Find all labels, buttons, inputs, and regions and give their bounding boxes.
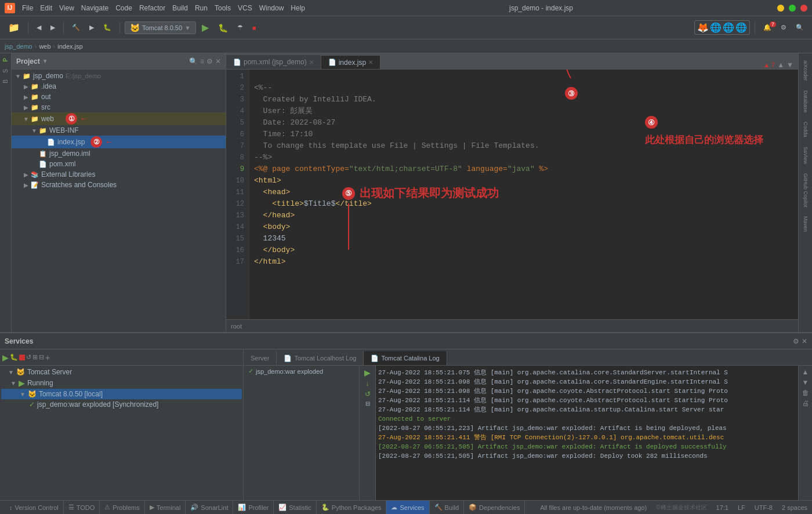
tree-item-indexjsp[interactable]: ▶ 📄 index.jsp ② ←	[12, 136, 226, 148]
minimize-button[interactable]	[777, 5, 784, 12]
service-item-war[interactable]: ✓ jsp_demo:war exploded [Synchronized]	[1, 399, 242, 410]
menu-help[interactable]: Help	[291, 4, 305, 12]
status-tab-statistic[interactable]: 📈 Statistic	[274, 501, 317, 515]
log-content[interactable]: 27-Aug-2022 18:55:21.075 信息 [main] org.a…	[376, 366, 798, 500]
artifact-btn-up[interactable]: ▶	[364, 368, 371, 377]
coverage-button[interactable]: ☂	[234, 23, 246, 32]
status-tab-problems[interactable]: ⚠ Problems	[100, 501, 144, 515]
service-item-tomcat-server[interactable]: ▼ 🐱 Tomcat Server	[1, 367, 242, 377]
status-tab-services[interactable]: ☁ Services	[386, 501, 429, 515]
menu-navigate[interactable]: Navigate	[81, 4, 108, 12]
toolbar-back[interactable]: ◀	[33, 23, 45, 32]
status-tab-sonarlint[interactable]: 🔊 SonarLint	[186, 501, 233, 515]
artifact-btn-restart[interactable]: ↺	[365, 390, 371, 398]
breadcrumb-project[interactable]: jsp_demo	[5, 43, 32, 50]
services-settings-icon[interactable]: ⚙	[793, 337, 799, 345]
menu-run[interactable]: Run	[195, 4, 208, 12]
tree-item-scratches[interactable]: ▶ 📝 Scratches and Consoles	[12, 180, 226, 190]
editor-tab-pomxml[interactable]: 📄 pom.xml (jsp_demo) ✕	[226, 55, 321, 69]
tree-item-src[interactable]: ▶ 📁 src	[12, 102, 226, 112]
indent[interactable]: 2 spaces	[782, 504, 807, 511]
status-tab-profiler[interactable]: 📊 Profiler	[233, 501, 274, 515]
log-print[interactable]: 🖨	[802, 399, 809, 407]
right-sidebar-copilot[interactable]: GitHub Copilot	[802, 171, 810, 210]
menu-view[interactable]: View	[59, 4, 74, 12]
breadcrumb-file[interactable]: index.jsp	[57, 43, 82, 50]
status-tab-terminal[interactable]: ▶ Terminal	[145, 501, 186, 515]
menu-code[interactable]: Code	[115, 4, 132, 12]
log-scroll-down[interactable]: ▼	[802, 378, 809, 387]
bookmarks-sidebar-icon[interactable]: B	[2, 79, 9, 83]
browser-icon-edge[interactable]: 🌐	[723, 22, 734, 33]
stop-button[interactable]: ■	[249, 23, 260, 32]
menu-bar[interactable]: File Edit View Navigate Code Refactor Bu…	[22, 4, 305, 12]
right-sidebar-codda[interactable]: Codda	[802, 119, 810, 140]
services-close-icon[interactable]: ✕	[802, 337, 807, 345]
panel-icon-close[interactable]: ✕	[215, 57, 221, 65]
panel-icon-collapse[interactable]: ≡	[200, 57, 204, 65]
project-dropdown[interactable]: ▼	[42, 58, 48, 64]
log-tab-localhost[interactable]: 📄 Tomcat Localhost Log	[277, 351, 364, 365]
service-item-tomcat-local[interactable]: ▼ 🐱 Tomcat 8.0.50 [local]	[1, 389, 242, 399]
log-tab-catalina[interactable]: 📄 Tomcat Catalina Log	[364, 351, 447, 365]
right-sidebar-maven[interactable]: Maven	[802, 214, 810, 234]
gutter-down[interactable]: ▼	[786, 61, 793, 69]
menu-refactor[interactable]: Refactor	[139, 4, 165, 12]
menu-edit[interactable]: Edit	[40, 4, 52, 12]
tree-item-web[interactable]: ▼ 📁 web ① ←	[12, 112, 226, 125]
svc-toolbar-filter[interactable]: ⊞	[32, 353, 38, 361]
svc-toolbar-restart[interactable]: ↺	[26, 353, 31, 361]
tree-item-root[interactable]: ▼ 📁 jsp_demo E:/jsp_demo	[12, 71, 226, 81]
artifact-btn-stop[interactable]: ⊟	[365, 400, 370, 407]
tree-item-webinf[interactable]: ▼ 📁 WEB-INF	[12, 125, 226, 136]
status-tab-vcs[interactable]: ↕ Version Control	[5, 501, 64, 515]
artifact-item-war[interactable]: ✓ jsp_demo:war exploded	[244, 366, 359, 377]
structure-sidebar-icon[interactable]: S	[2, 69, 9, 73]
right-sidebar-database[interactable]: Database	[802, 88, 810, 115]
log-tab-server[interactable]: Server	[244, 351, 277, 365]
panel-icon-settings[interactable]: ⚙	[206, 57, 213, 65]
tab-pomxml-close[interactable]: ✕	[309, 59, 314, 65]
tree-item-out[interactable]: ▶ 📁 out	[12, 92, 226, 102]
tree-item-idea[interactable]: ▶ 📁 .idea	[12, 81, 226, 92]
panel-icon-scope[interactable]: 🔍	[189, 57, 198, 65]
status-tab-python[interactable]: 🐍 Python Packages	[317, 501, 387, 515]
project-sidebar-icon[interactable]: P	[2, 58, 9, 62]
debug-button[interactable]: 🐛	[215, 22, 231, 34]
menu-tools[interactable]: Tools	[215, 4, 231, 12]
service-item-running[interactable]: ▼ ▶ Running	[1, 377, 242, 389]
browser-icon-safari[interactable]: 🌐	[735, 22, 747, 33]
svc-toolbar-debug[interactable]: 🐛	[10, 353, 18, 361]
toolbar-forward[interactable]: ▶	[47, 23, 59, 32]
notifications-btn[interactable]: 🔔 7	[760, 23, 775, 32]
right-sidebar-saview[interactable]: SaView	[802, 144, 810, 166]
log-clear[interactable]: 🗑	[802, 389, 809, 397]
menu-file[interactable]: File	[22, 4, 33, 12]
browser-icon-firefox[interactable]: 🦊	[697, 22, 709, 33]
maximize-button[interactable]	[789, 5, 796, 12]
log-scroll-up[interactable]: ▲	[802, 368, 809, 376]
status-tab-build[interactable]: 🔨 Build	[430, 501, 464, 515]
editor-tab-indexjsp[interactable]: 📄 index.jsp ✕	[321, 55, 380, 69]
toolbar-run[interactable]: ▶	[86, 23, 97, 32]
cursor-position[interactable]: 17:1	[716, 504, 728, 511]
status-tab-dependencies[interactable]: 📦 Dependencies	[464, 501, 525, 515]
search-btn[interactable]: 🔍	[792, 23, 807, 32]
tab-indexjsp-close[interactable]: ✕	[368, 59, 373, 65]
svc-toolbar-stop[interactable]	[19, 355, 25, 360]
breadcrumb-folder[interactable]: web	[39, 43, 50, 50]
menu-window[interactable]: Window	[259, 4, 284, 12]
run-config-selector[interactable]: 🐱 Tomcat 8.0.50 ▼	[125, 21, 196, 34]
menu-vcs[interactable]: VCS	[238, 4, 252, 12]
svc-toolbar-add[interactable]: +	[45, 353, 50, 362]
svc-toolbar-run[interactable]: ▶	[2, 353, 9, 362]
browser-icon-chrome[interactable]: 🌐	[710, 22, 722, 33]
svc-toolbar-group[interactable]: ⊟	[39, 353, 44, 361]
artifact-btn-down[interactable]: ↓	[366, 380, 369, 388]
encoding[interactable]: UTF-8	[755, 504, 773, 511]
status-tab-todo[interactable]: ☰ TODO	[64, 501, 100, 515]
code-editor[interactable]: <%-- Created by IntelliJ IDEA. User: 彭展吴…	[249, 70, 798, 319]
settings-btn[interactable]: ⚙	[777, 23, 790, 32]
close-button[interactable]	[800, 5, 807, 12]
toolbar-build[interactable]: 🔨	[68, 23, 84, 32]
